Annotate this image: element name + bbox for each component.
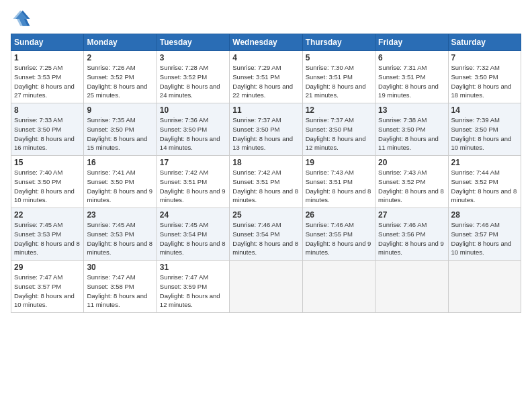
day-cell <box>448 261 521 313</box>
day-info: Sunrise: 7:29 AMSunset: 3:51 PMDaylight:… <box>232 64 293 99</box>
day-number: 2 <box>87 53 153 62</box>
day-number: 29 <box>14 263 81 272</box>
day-info: Sunrise: 7:39 AMSunset: 3:50 PMDaylight:… <box>451 116 512 151</box>
day-cell: 10Sunrise: 7:36 AMSunset: 3:50 PMDayligh… <box>157 103 229 156</box>
day-info: Sunrise: 7:33 AMSunset: 3:50 PMDaylight:… <box>14 116 75 151</box>
day-info: Sunrise: 7:32 AMSunset: 3:50 PMDaylight:… <box>451 64 512 99</box>
day-number: 19 <box>306 158 372 167</box>
day-cell <box>230 261 302 313</box>
day-cell: 31Sunrise: 7:47 AMSunset: 3:59 PMDayligh… <box>157 261 229 313</box>
week-row-5: 29Sunrise: 7:47 AMSunset: 3:57 PMDayligh… <box>11 261 521 313</box>
day-cell: 23Sunrise: 7:45 AMSunset: 3:53 PMDayligh… <box>84 208 157 261</box>
col-header-saturday: Saturday <box>448 34 521 51</box>
day-cell: 21Sunrise: 7:44 AMSunset: 3:52 PMDayligh… <box>448 156 521 208</box>
week-row-3: 15Sunrise: 7:40 AMSunset: 3:50 PMDayligh… <box>11 156 521 208</box>
day-cell: 6Sunrise: 7:31 AMSunset: 3:51 PMDaylight… <box>375 51 448 103</box>
calendar-container: SundayMondayTuesdayWednesdayThursdayFrid… <box>0 0 532 318</box>
day-cell: 11Sunrise: 7:37 AMSunset: 3:50 PMDayligh… <box>230 103 302 156</box>
day-info: Sunrise: 7:37 AMSunset: 3:50 PMDaylight:… <box>306 116 366 151</box>
day-number: 30 <box>87 263 153 272</box>
header <box>11 8 521 30</box>
col-header-sunday: Sunday <box>11 34 84 51</box>
day-cell: 24Sunrise: 7:45 AMSunset: 3:54 PMDayligh… <box>157 208 229 261</box>
col-header-wednesday: Wednesday <box>230 34 302 51</box>
day-number: 10 <box>160 105 226 115</box>
day-number: 27 <box>378 210 445 220</box>
day-info: Sunrise: 7:46 AMSunset: 3:56 PMDaylight:… <box>378 221 444 256</box>
day-cell: 28Sunrise: 7:46 AMSunset: 3:57 PMDayligh… <box>448 208 521 261</box>
day-cell: 2Sunrise: 7:26 AMSunset: 3:52 PMDaylight… <box>84 51 157 103</box>
day-cell: 1Sunrise: 7:25 AMSunset: 3:53 PMDaylight… <box>11 51 84 103</box>
day-number: 1 <box>14 53 81 62</box>
col-header-tuesday: Tuesday <box>157 34 229 51</box>
day-number: 4 <box>232 53 299 62</box>
day-info: Sunrise: 7:26 AMSunset: 3:52 PMDaylight:… <box>87 64 147 99</box>
day-cell: 19Sunrise: 7:43 AMSunset: 3:51 PMDayligh… <box>302 156 375 208</box>
logo <box>11 8 35 30</box>
day-number: 12 <box>306 105 372 115</box>
day-number: 15 <box>14 158 81 167</box>
day-cell: 29Sunrise: 7:47 AMSunset: 3:57 PMDayligh… <box>11 261 84 313</box>
week-row-2: 8Sunrise: 7:33 AMSunset: 3:50 PMDaylight… <box>11 103 521 156</box>
day-info: Sunrise: 7:43 AMSunset: 3:52 PMDaylight:… <box>378 169 444 203</box>
day-number: 16 <box>87 158 153 167</box>
day-info: Sunrise: 7:31 AMSunset: 3:51 PMDaylight:… <box>378 64 439 99</box>
week-row-4: 22Sunrise: 7:45 AMSunset: 3:53 PMDayligh… <box>11 208 521 261</box>
day-info: Sunrise: 7:46 AMSunset: 3:54 PMDaylight:… <box>232 221 298 256</box>
calendar-table: SundayMondayTuesdayWednesdayThursdayFrid… <box>11 34 521 313</box>
day-info: Sunrise: 7:25 AMSunset: 3:53 PMDaylight:… <box>14 64 75 99</box>
day-number: 6 <box>378 53 445 62</box>
header-row: SundayMondayTuesdayWednesdayThursdayFrid… <box>11 34 521 51</box>
day-cell: 5Sunrise: 7:30 AMSunset: 3:51 PMDaylight… <box>302 51 375 103</box>
day-info: Sunrise: 7:40 AMSunset: 3:50 PMDaylight:… <box>14 169 75 203</box>
day-cell: 16Sunrise: 7:41 AMSunset: 3:50 PMDayligh… <box>84 156 157 208</box>
day-number: 21 <box>451 158 518 167</box>
day-info: Sunrise: 7:47 AMSunset: 3:58 PMDaylight:… <box>87 273 147 308</box>
day-info: Sunrise: 7:37 AMSunset: 3:50 PMDaylight:… <box>232 116 293 151</box>
day-cell: 25Sunrise: 7:46 AMSunset: 3:54 PMDayligh… <box>230 208 302 261</box>
day-cell: 26Sunrise: 7:46 AMSunset: 3:55 PMDayligh… <box>302 208 375 261</box>
day-number: 18 <box>232 158 299 167</box>
day-info: Sunrise: 7:45 AMSunset: 3:54 PMDaylight:… <box>160 221 226 256</box>
col-header-friday: Friday <box>375 34 448 51</box>
day-info: Sunrise: 7:46 AMSunset: 3:55 PMDaylight:… <box>306 221 371 256</box>
day-cell <box>302 261 375 313</box>
day-number: 31 <box>160 263 226 272</box>
day-number: 28 <box>451 210 518 220</box>
day-number: 8 <box>14 105 81 115</box>
day-number: 5 <box>306 53 372 62</box>
day-number: 26 <box>306 210 372 220</box>
day-number: 25 <box>232 210 299 220</box>
day-cell: 13Sunrise: 7:38 AMSunset: 3:50 PMDayligh… <box>375 103 448 156</box>
day-cell: 8Sunrise: 7:33 AMSunset: 3:50 PMDaylight… <box>11 103 84 156</box>
day-info: Sunrise: 7:42 AMSunset: 3:51 PMDaylight:… <box>232 169 298 203</box>
day-info: Sunrise: 7:47 AMSunset: 3:57 PMDaylight:… <box>14 273 75 308</box>
day-cell: 3Sunrise: 7:28 AMSunset: 3:52 PMDaylight… <box>157 51 229 103</box>
day-info: Sunrise: 7:38 AMSunset: 3:50 PMDaylight:… <box>378 116 439 151</box>
day-cell: 4Sunrise: 7:29 AMSunset: 3:51 PMDaylight… <box>230 51 302 103</box>
day-cell: 12Sunrise: 7:37 AMSunset: 3:50 PMDayligh… <box>302 103 375 156</box>
day-number: 14 <box>451 105 518 115</box>
day-info: Sunrise: 7:45 AMSunset: 3:53 PMDaylight:… <box>14 221 80 256</box>
day-number: 17 <box>160 158 226 167</box>
day-info: Sunrise: 7:45 AMSunset: 3:53 PMDaylight:… <box>87 221 152 256</box>
day-number: 7 <box>451 53 518 62</box>
day-number: 23 <box>87 210 153 220</box>
day-cell: 15Sunrise: 7:40 AMSunset: 3:50 PMDayligh… <box>11 156 84 208</box>
day-cell: 27Sunrise: 7:46 AMSunset: 3:56 PMDayligh… <box>375 208 448 261</box>
day-info: Sunrise: 7:35 AMSunset: 3:50 PMDaylight:… <box>87 116 147 151</box>
week-row-1: 1Sunrise: 7:25 AMSunset: 3:53 PMDaylight… <box>11 51 521 103</box>
day-number: 3 <box>160 53 226 62</box>
day-cell: 30Sunrise: 7:47 AMSunset: 3:58 PMDayligh… <box>84 261 157 313</box>
day-cell: 17Sunrise: 7:42 AMSunset: 3:51 PMDayligh… <box>157 156 229 208</box>
day-info: Sunrise: 7:47 AMSunset: 3:59 PMDaylight:… <box>160 273 220 308</box>
day-info: Sunrise: 7:28 AMSunset: 3:52 PMDaylight:… <box>160 64 220 99</box>
day-cell: 9Sunrise: 7:35 AMSunset: 3:50 PMDaylight… <box>84 103 157 156</box>
col-header-monday: Monday <box>84 34 157 51</box>
day-cell: 18Sunrise: 7:42 AMSunset: 3:51 PMDayligh… <box>230 156 302 208</box>
day-cell: 20Sunrise: 7:43 AMSunset: 3:52 PMDayligh… <box>375 156 448 208</box>
day-info: Sunrise: 7:42 AMSunset: 3:51 PMDaylight:… <box>160 169 226 203</box>
logo-icon <box>11 8 32 30</box>
day-cell: 14Sunrise: 7:39 AMSunset: 3:50 PMDayligh… <box>448 103 521 156</box>
day-cell <box>375 261 448 313</box>
